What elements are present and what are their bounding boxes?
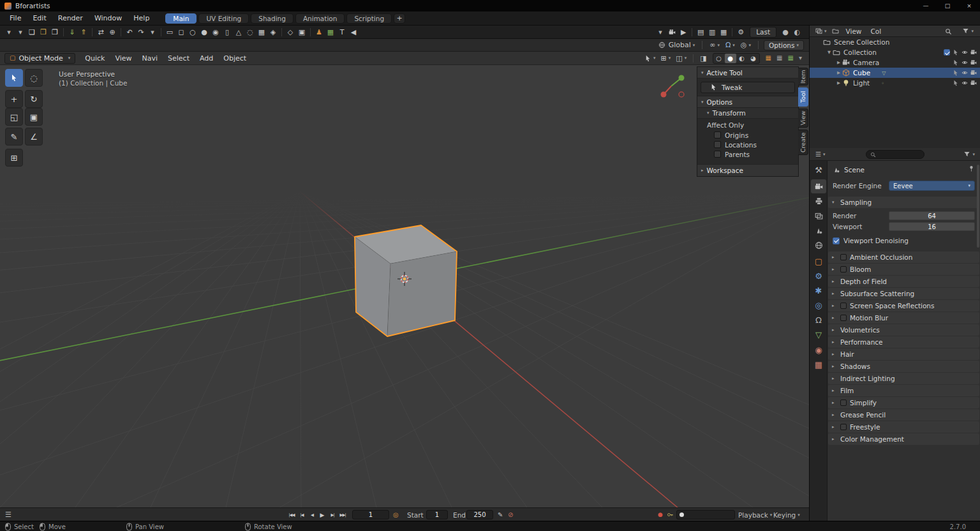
properties-tab-texture[interactable]: ▦ (811, 357, 826, 371)
playback-dropdown[interactable]: Playback▾ (738, 508, 772, 521)
camera-icon[interactable] (970, 70, 977, 76)
properties-tab-output[interactable] (811, 194, 826, 208)
tool-annotate[interactable]: ✎ (5, 128, 23, 146)
cursor-icon[interactable] (953, 59, 959, 66)
panel-header-subsurface-scattering[interactable]: ▸Subsurface Scattering (828, 288, 979, 299)
panel-header-film[interactable]: ▸Film (828, 385, 979, 396)
filter-dropdown[interactable]: ▾ (963, 151, 975, 158)
menu-file[interactable]: File (4, 14, 27, 22)
delete-keyframe-button[interactable]: ⊘ (508, 508, 513, 521)
disclosure-arrow-icon[interactable]: ▶ (835, 80, 842, 86)
panel-header-indirect-lighting[interactable]: ▸Indirect Lighting (828, 373, 979, 384)
editor-type-dropdown[interactable]: ▾ (813, 26, 829, 36)
locations-checkbox[interactable] (714, 141, 721, 148)
menu-window[interactable]: Window (89, 14, 128, 22)
properties-tab-render[interactable] (811, 179, 826, 193)
panel-header-volumetrics[interactable]: ▸Volumetrics (828, 324, 979, 336)
npanel-tab-create[interactable]: Create (798, 130, 808, 155)
add-torus-button[interactable]: ◌ (244, 27, 256, 38)
3d-viewport[interactable]: Global▾ ∞▾ Ω▾ ◎▾ Options▾ ▢ Object Mode▾… (0, 39, 809, 507)
sampling-viewport-field[interactable]: 16 (889, 222, 975, 231)
outliner-row-light[interactable]: ▶Light◦ (810, 78, 980, 88)
ambient-occlusion-checkbox[interactable] (840, 254, 847, 260)
panel-header-grease-pencil[interactable]: ▸Grease Pencil (828, 409, 979, 421)
viewport-denoising-checkbox[interactable] (833, 237, 840, 244)
toolbar-options-button[interactable]: ▾ (15, 27, 26, 38)
properties-tab-constraints[interactable]: Ω (811, 313, 826, 327)
outliner-col-menu[interactable]: Col (866, 27, 885, 35)
collection-checkbox[interactable] (944, 49, 950, 56)
add-sphere-button[interactable]: ● (198, 27, 210, 38)
eye-icon[interactable] (961, 80, 968, 86)
outliner-row-scene-collection[interactable]: Scene Collection (810, 37, 980, 47)
workspace-tab-animation[interactable]: Animation (295, 13, 345, 24)
undo-history-button[interactable]: ▾ (147, 27, 158, 38)
outliner-row-collection[interactable]: ▼Collection (810, 47, 980, 57)
workspace-tab-scripting[interactable]: Scripting (346, 13, 392, 24)
tool-select-circle[interactable]: ◌ (25, 69, 43, 87)
shading-rendered-button[interactable]: ◕ (748, 54, 759, 63)
open-file-button[interactable]: ❒ (38, 27, 49, 38)
next-frame-button[interactable]: ▶| (327, 510, 338, 520)
tool-add-cube-interactive[interactable]: ⊞ (5, 149, 23, 167)
toggle-gray[interactable]: ▦ (775, 53, 784, 64)
properties-tab-modifiers[interactable]: ⚙ (811, 269, 826, 283)
simplify-checkbox[interactable] (840, 400, 847, 406)
render-menu-button[interactable]: ▾ (655, 27, 666, 38)
cursor-icon[interactable] (953, 80, 959, 86)
tool-move[interactable]: + (5, 90, 23, 108)
parents-checkbox[interactable] (714, 151, 721, 158)
mode-dropdown[interactable]: ▢ Object Mode▾ (4, 53, 75, 64)
options-dropdown[interactable]: Options▾ (764, 40, 804, 50)
snap-toggle[interactable]: Ω▾ (724, 40, 737, 50)
panel-header-shadows[interactable]: ▸Shadows (828, 361, 979, 372)
npanel-tab-item[interactable]: Item (798, 68, 808, 86)
workspace-tab-shading[interactable]: Shading (251, 13, 293, 24)
tool-scale[interactable]: ◱ (5, 108, 23, 126)
add-image-button[interactable]: ▣ (296, 27, 308, 38)
save-file-button[interactable]: ❐ (49, 27, 61, 38)
current-frame-field[interactable]: 1 (352, 510, 389, 520)
cursor-icon[interactable] (953, 70, 959, 76)
redo-button[interactable]: ↷ (135, 27, 147, 38)
view-image-button[interactable]: ▤ (695, 27, 706, 38)
settings-gear-button[interactable]: ⚙ (735, 27, 746, 38)
play-button[interactable]: ▶ (317, 510, 327, 520)
panel-header-motion-blur[interactable]: ▸Motion Blur (828, 312, 979, 324)
shading-material-preview-button[interactable]: ◐ (736, 54, 748, 63)
close-button[interactable]: × (958, 0, 980, 11)
link-button[interactable]: ⇄ (95, 27, 107, 38)
add-cone-button[interactable]: △ (233, 27, 244, 38)
filter-dropdown[interactable]: ▾ (962, 27, 974, 34)
panel-header-bloom[interactable]: ▸Bloom (828, 264, 979, 275)
eye-icon[interactable] (961, 70, 968, 76)
preview-sphere-b-button[interactable]: ◐ (791, 27, 803, 38)
panel-header-color-management[interactable]: ▸Color Management (828, 433, 979, 445)
outliner-row-camera[interactable]: ▶Camera (810, 57, 980, 68)
add-empty-button[interactable]: ◇ (285, 27, 296, 38)
display-mode-dropdown[interactable] (830, 26, 841, 36)
properties-tab-material[interactable]: ◉ (811, 343, 826, 357)
add-icosphere-button[interactable]: ◉ (210, 27, 221, 38)
freestyle-checkbox[interactable] (840, 424, 847, 430)
add-lattice-button[interactable]: ▦ (325, 27, 336, 38)
properties-tab-particles[interactable]: ✱ (811, 283, 826, 297)
import-button[interactable]: ⇓ (66, 27, 78, 38)
npanel-tab-view[interactable]: View (798, 108, 808, 128)
disclosure-arrow-icon[interactable]: ▼ (826, 50, 833, 55)
viewport-menu-quick[interactable]: Quick (80, 54, 110, 63)
compositor-button[interactable]: ▦ (718, 27, 729, 38)
xray-toggle[interactable]: ◨ (698, 53, 708, 64)
camera-icon[interactable] (970, 59, 977, 66)
add-cube-button[interactable]: ◻ (175, 27, 187, 38)
add-workspace-button[interactable]: + (394, 13, 405, 24)
disclosure-arrow-icon[interactable]: ▶ (835, 70, 842, 75)
panel-header-hair[interactable]: ▸Hair (828, 348, 979, 360)
add-grid-button[interactable]: ▦ (256, 27, 267, 38)
toggle-green[interactable]: ▦ (786, 53, 796, 64)
add-cylinder-button[interactable]: ▯ (221, 27, 233, 38)
properties-tab-world[interactable] (811, 238, 826, 252)
bloom-checkbox[interactable] (840, 266, 847, 273)
eye-icon[interactable] (961, 59, 968, 66)
npanel-tab-tool[interactable]: Tool (798, 87, 808, 107)
